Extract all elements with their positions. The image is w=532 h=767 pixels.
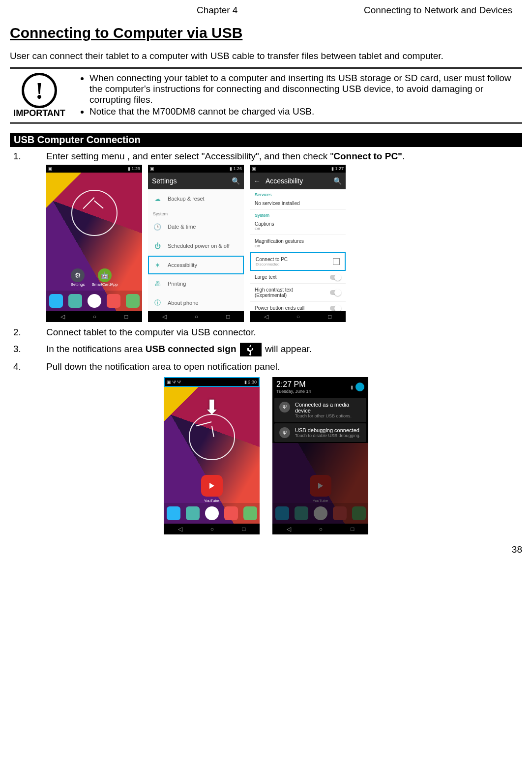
- user-icon[interactable]: [355, 383, 364, 391]
- notification-media-device[interactable]: Ψ Connected as a media deviceTouch for o…: [274, 398, 366, 422]
- contacts-icon[interactable]: [49, 294, 63, 308]
- access-magnification[interactable]: Magnification gesturesOff: [250, 235, 346, 252]
- section-heading: USB Computer Connection: [10, 133, 522, 147]
- home-icon[interactable]: ○: [93, 313, 96, 320]
- back-icon[interactable]: ◁: [60, 313, 65, 320]
- back-arrow-icon[interactable]: ←: [254, 177, 261, 185]
- screenshot-settings: ▣▮ 1:26 Settings 🔍 ☁Backup & reset Syste…: [148, 165, 244, 322]
- youtube-app-icon: [310, 475, 331, 497]
- settings-item-about[interactable]: ⓘAbout phone: [148, 294, 244, 311]
- step-3: In the notifications area USB connected …: [24, 343, 522, 356]
- page-title: Connecting to Computer via USB: [10, 25, 522, 41]
- access-captions[interactable]: CaptionsOff: [250, 218, 346, 235]
- chapter-label: Chapter 4: [197, 5, 237, 16]
- usb-icon: Ψ: [279, 427, 290, 438]
- warning-icon: !: [22, 73, 57, 108]
- search-icon[interactable]: 🔍: [232, 177, 240, 185]
- toggle[interactable]: [330, 290, 341, 295]
- usb-status-icon: ▣ Ψ Ψ: [167, 380, 181, 384]
- access-power-button[interactable]: Power button ends call: [250, 302, 346, 311]
- camera-icon[interactable]: [107, 294, 120, 308]
- settings-app-icon[interactable]: ⚙: [71, 268, 85, 282]
- step-4: Pull down the notification area to open …: [24, 361, 522, 372]
- important-label: IMPORTANT: [10, 108, 69, 118]
- info-icon: ⓘ: [153, 298, 162, 307]
- page-header: Chapter 4 Connecting to Network and Devi…: [10, 5, 522, 16]
- checkbox-icon[interactable]: [333, 258, 340, 265]
- dialer-icon[interactable]: [68, 294, 82, 308]
- clock-icon: 🕒: [153, 222, 162, 231]
- important-bullets: When connecting your tablet to a compute…: [78, 73, 522, 118]
- camera-icon: ▣: [48, 166, 53, 171]
- toggle[interactable]: [330, 275, 341, 280]
- access-contrast[interactable]: High contrast text(Experimental): [250, 284, 346, 302]
- access-large-text[interactable]: Large text: [250, 271, 346, 284]
- settings-item-datetime[interactable]: 🕒Date & time: [148, 217, 244, 236]
- step-2: Connect tablet to the computer via USB c…: [24, 327, 522, 338]
- power-icon: ⏻: [153, 241, 162, 250]
- dock: [46, 291, 142, 311]
- apps-drawer-icon[interactable]: [88, 294, 101, 308]
- access-no-services: No services installed: [250, 197, 346, 210]
- important-bullet: Notice that the M700DM8 cannot be charge…: [89, 106, 522, 117]
- youtube-app-icon[interactable]: [201, 475, 223, 497]
- steps-list: Enter setting menu , and enter select "A…: [10, 151, 522, 372]
- accessibility-header: ←Accessibility 🔍: [250, 173, 346, 189]
- notification-usb-debug[interactable]: Ψ USB debugging connectedTouch to disabl…: [274, 423, 366, 442]
- signal-icon: ▮: [128, 166, 130, 171]
- page-number: 38: [10, 544, 522, 555]
- screenshot-accessibility: ▣▮ 1:27 ←Accessibility 🔍 Services No ser…: [250, 165, 346, 322]
- clock-widget[interactable]: [189, 414, 235, 460]
- messages-icon[interactable]: [126, 294, 140, 308]
- search-icon[interactable]: 🔍: [333, 177, 342, 185]
- settings-item-printing[interactable]: 🖶Printing: [148, 274, 244, 294]
- access-connect-pc[interactable]: Connect to PCDisconnected: [250, 252, 346, 271]
- intro-text: User can connect their tablet to a compu…: [10, 51, 522, 61]
- screenshot-home-notif: ▣ Ψ Ψ▮ 2:30 ⬇ YouTube ◁○□: [164, 377, 260, 534]
- clock-widget[interactable]: [71, 190, 118, 236]
- screenshot-notification-panel: YouTube 2:27 PM Tuesday, June: [272, 377, 368, 534]
- clock-time: 1:29: [131, 166, 140, 171]
- cloud-icon: ☁: [153, 194, 162, 203]
- settings-header: Settings 🔍: [148, 173, 244, 189]
- toggle[interactable]: [330, 306, 341, 311]
- settings-item-schedule[interactable]: ⏻Scheduled power on & off: [148, 236, 244, 256]
- usb-icon: Ψ: [279, 402, 290, 413]
- important-box: ! IMPORTANT When connecting your tablet …: [10, 67, 522, 124]
- step-1: Enter setting menu , and enter select "A…: [24, 151, 522, 322]
- settings-item-accessibility[interactable]: ✶Accessibility: [148, 256, 244, 274]
- recent-icon[interactable]: □: [124, 313, 128, 320]
- accessibility-icon: ✶: [153, 261, 162, 269]
- chapter-title: Connecting to Network and Devices: [364, 5, 512, 16]
- print-icon: 🖶: [153, 279, 162, 288]
- smartcard-app-icon[interactable]: 🤖: [98, 268, 112, 282]
- important-bullet: When connecting your tablet to a compute…: [89, 73, 522, 105]
- screenshot-home: ▣▮ 1:29 ⚙ Settings: [46, 165, 142, 322]
- notif-datetime: 2:27 PM Tuesday, June 14 ▮: [272, 377, 368, 397]
- battery-icon: ▮: [351, 384, 354, 390]
- usb-icon: [240, 343, 262, 356]
- settings-item-backup[interactable]: ☁Backup & reset: [148, 189, 244, 208]
